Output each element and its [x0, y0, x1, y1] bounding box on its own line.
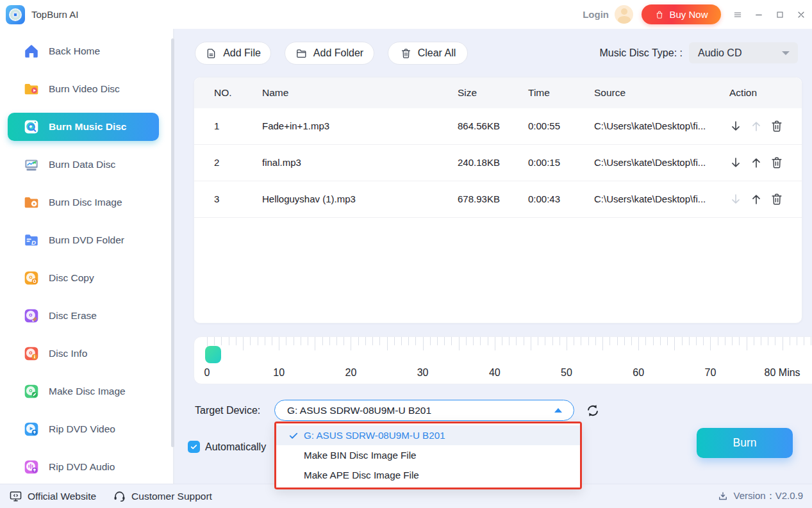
rip-dvd-audio-icon	[23, 459, 40, 475]
version-info: Version：V2.0.9	[717, 490, 812, 502]
sidebar-item-rip-dvd-audio[interactable]: Rip DVD Audio	[8, 453, 159, 481]
svg-text:D: D	[31, 239, 36, 246]
automatically-checkbox[interactable]	[188, 441, 200, 453]
sidebar-item-disc-copy[interactable]: Disc Copy	[8, 264, 159, 292]
buy-now-button[interactable]: Buy Now	[642, 4, 721, 24]
sidebar-item-label: Disc Info	[49, 348, 87, 359]
close-icon[interactable]	[795, 9, 807, 20]
minimize-icon[interactable]	[753, 9, 765, 20]
sidebar-item-label: Rip DVD Audio	[49, 461, 115, 473]
sidebar-item-back-home[interactable]: Back Home	[8, 37, 159, 65]
sidebar-menu: Back Home Burn Video Disc Burn Music Dis…	[0, 29, 174, 481]
ruler-label: 60	[633, 367, 644, 379]
sidebar-item-label: Disc Erase	[49, 310, 97, 322]
col-source: Source	[594, 78, 626, 108]
sidebar-item-rip-dvd-video[interactable]: Rip DVD Video	[8, 415, 159, 443]
clear-all-button[interactable]: Clear All	[388, 42, 468, 65]
sidebar-item-disc-info[interactable]: Disc Info	[8, 340, 159, 368]
burn-data-disc-icon	[23, 156, 40, 173]
sidebar-item-disc-erase[interactable]: Disc Erase	[8, 302, 159, 330]
table-row: 1 Fade+in+1.mp3 864.56KB 0:00:55 C:\User…	[194, 108, 802, 145]
burn-button[interactable]: Burn	[697, 428, 793, 458]
check-icon	[288, 430, 299, 441]
cell-name: Fade+in+1.mp3	[262, 108, 329, 144]
target-device-value: G: ASUS SDRW-08U9M-U B201	[275, 405, 431, 416]
move-up-button[interactable]	[749, 156, 763, 170]
refresh-devices-button[interactable]	[585, 403, 601, 418]
menu-icon[interactable]	[732, 9, 743, 20]
ruler-label: 20	[345, 367, 356, 379]
music-disc-type-select[interactable]: Audio CD	[689, 42, 798, 63]
delete-row-button[interactable]	[770, 119, 784, 133]
login-link[interactable]: Login	[583, 9, 609, 20]
annotation-red-box: G: ASUS SDRW-08U9M-U B201 Make BIN Disc …	[274, 422, 582, 489]
ruler-label: 0	[204, 367, 210, 379]
refresh-icon	[585, 403, 601, 418]
cell-name: Helloguyshav (1).mp3	[262, 181, 356, 217]
cell-time: 0:00:43	[528, 181, 560, 217]
dropdown-option[interactable]: Make APE Disc Image File	[276, 465, 580, 485]
ruler-label: 10	[273, 367, 285, 379]
sidebar: Back Home Burn Video Disc Burn Music Dis…	[0, 29, 174, 484]
official-website-label: Official Website	[28, 491, 96, 502]
move-down-button[interactable]	[729, 156, 743, 170]
capacity-ruler: 01020304050607080 Mins	[194, 336, 812, 384]
make-disc-image-icon	[23, 383, 40, 400]
maximize-icon[interactable]	[774, 9, 786, 20]
sidebar-item-label: Disc Copy	[49, 272, 94, 284]
ruler-label: 40	[489, 367, 501, 379]
move-up-button[interactable]	[749, 192, 763, 206]
sidebar-item-burn-dvd-folder[interactable]: D Burn DVD Folder	[8, 226, 159, 254]
chevron-down-icon	[782, 51, 790, 55]
table-row: 3 Helloguyshav (1).mp3 678.93KB 0:00:43 …	[194, 181, 802, 218]
move-down-button[interactable]	[729, 192, 743, 206]
col-name: Name	[262, 78, 288, 108]
delete-row-button[interactable]	[770, 192, 784, 206]
target-device-select[interactable]: G: ASUS SDRW-08U9M-U B201	[274, 400, 574, 421]
headset-icon	[113, 489, 126, 503]
move-down-button[interactable]	[729, 119, 743, 133]
dropdown-option[interactable]: Make BIN Disc Image File	[276, 445, 580, 465]
cell-size: 678.93KB	[458, 181, 500, 217]
sidebar-item-label: Burn Data Disc	[49, 159, 115, 170]
sidebar-item-make-disc-image[interactable]: Make Disc Image	[8, 377, 159, 406]
col-action: Action	[729, 78, 757, 108]
rip-dvd-video-icon	[23, 421, 40, 438]
trash-icon	[400, 47, 412, 60]
ruler-label: 70	[704, 367, 716, 379]
app-window: TopBurn AI Login Buy Now Back Home Burn …	[0, 0, 812, 508]
device-dropdown-list: G: ASUS SDRW-08U9M-U B201 Make BIN Disc …	[276, 423, 580, 488]
dropdown-option[interactable]: G: ASUS SDRW-08U9M-U B201	[276, 425, 580, 445]
cell-source: C:\Users\kate\Desktop\fi...	[594, 108, 706, 144]
sidebar-item-burn-data-disc[interactable]: Burn Data Disc	[8, 151, 159, 179]
sidebar-scrollbar[interactable]	[171, 38, 174, 447]
sidebar-item-label: Make Disc Image	[49, 386, 126, 397]
sidebar-item-label: Burn Music Disc	[49, 121, 126, 133]
cell-no: 2	[214, 145, 219, 181]
app-title: TopBurn AI	[31, 9, 78, 20]
music-disc-type-value: Audio CD	[689, 47, 742, 59]
sidebar-item-label: Back Home	[49, 45, 100, 57]
burn-button-label: Burn	[733, 436, 757, 450]
cell-no: 1	[214, 108, 219, 144]
add-folder-button[interactable]: Add Folder	[285, 42, 374, 65]
burn-dvd-folder-icon: D	[23, 232, 40, 249]
music-disc-type-label: Music Disc Type: :	[564, 42, 683, 63]
sidebar-item-burn-disc-image[interactable]: Burn Disc Image	[8, 188, 159, 217]
sidebar-item-burn-music-disc[interactable]: Burn Music Disc	[8, 113, 159, 141]
cell-size: 864.56KB	[458, 108, 500, 144]
col-size: Size	[458, 78, 477, 108]
sidebar-item-burn-video-disc[interactable]: Burn Video Disc	[8, 75, 159, 103]
add-file-label: Add File	[223, 47, 261, 59]
table-row: 2 final.mp3 240.18KB 0:00:15 C:\Users\ka…	[194, 145, 802, 181]
avatar[interactable]	[615, 5, 633, 24]
col-no: NO.	[214, 78, 232, 108]
col-time: Time	[528, 78, 550, 108]
move-up-button[interactable]	[749, 119, 763, 133]
automatically-label: Automatically	[205, 441, 266, 453]
official-website-link[interactable]: Official Website	[9, 489, 96, 503]
delete-row-button[interactable]	[770, 156, 784, 170]
add-file-button[interactable]: Add File	[195, 42, 271, 65]
dropdown-option-label: G: ASUS SDRW-08U9M-U B201	[304, 430, 445, 441]
customer-support-link[interactable]: Customer Support	[113, 489, 212, 503]
